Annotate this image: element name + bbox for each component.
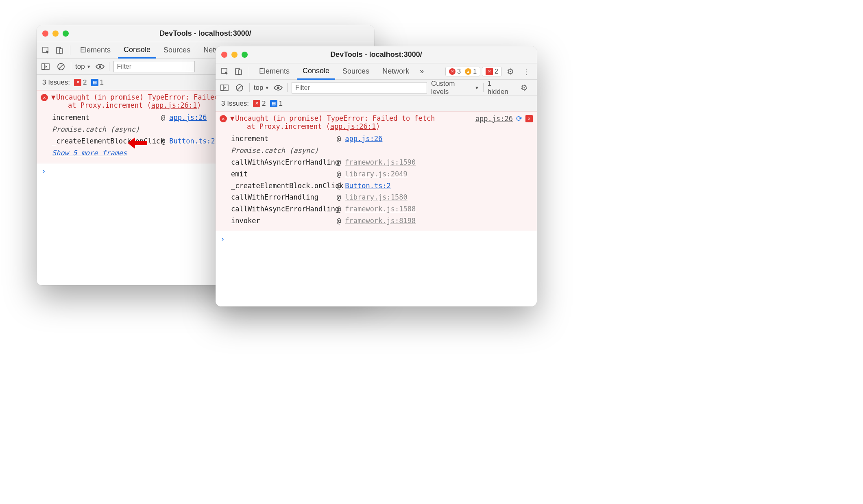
svg-point-15 — [277, 87, 279, 89]
live-expr-icon[interactable] — [95, 63, 105, 70]
window-title: DevTools - localhost:3000/ — [37, 29, 374, 38]
tab-sources[interactable]: Sources — [158, 42, 196, 58]
device-icon[interactable] — [233, 65, 245, 78]
clear-icon[interactable] — [234, 84, 245, 92]
settings-icon[interactable]: ⚙ — [503, 67, 517, 76]
error-badge-icon: ✕ — [74, 79, 81, 86]
chevron-down-icon: ▼ — [265, 85, 269, 90]
inspect-icon[interactable] — [40, 44, 52, 56]
stack-frame: increment@app.js:26 — [231, 133, 533, 145]
tab-console[interactable]: Console — [118, 43, 156, 59]
filter-input[interactable] — [113, 61, 195, 72]
chevron-down-icon: ▼ — [87, 64, 91, 69]
message-badge-icon: ▤ — [91, 79, 98, 86]
source-link[interactable]: library.js:2049 — [345, 168, 408, 180]
error-dot-icon: ✕ — [449, 68, 455, 75]
stack-frame: invoker@framework.js:8198 — [231, 215, 533, 227]
more-tabs-icon[interactable]: » — [416, 67, 427, 76]
maximize-icon[interactable] — [63, 30, 69, 37]
error-badge-icon: ✕ — [486, 68, 493, 75]
source-link[interactable]: framework.js:1590 — [345, 156, 416, 168]
disclosure-icon[interactable]: ▼ — [230, 114, 234, 122]
inspect-icon[interactable] — [219, 65, 231, 78]
sidebar-toggle-icon[interactable] — [40, 63, 51, 70]
close-icon[interactable] — [221, 52, 227, 58]
issues-bar[interactable]: 3 Issues: ✕2 ▤1 — [216, 96, 537, 111]
error-icon: ✕ — [41, 94, 48, 101]
source-link[interactable]: app.js:26 — [345, 133, 382, 145]
svg-point-7 — [99, 65, 101, 68]
tab-sources[interactable]: Sources — [337, 63, 375, 79]
annotation-arrow-icon — [127, 136, 147, 150]
source-link[interactable]: app.js:26 — [475, 115, 513, 123]
live-expr-icon[interactable] — [273, 85, 283, 91]
status-badges[interactable]: ✕3 ▲1 — [445, 67, 480, 76]
console-prompt[interactable]: › — [216, 231, 537, 246]
hidden-count[interactable]: 1 hidden — [488, 80, 513, 96]
svg-line-14 — [238, 86, 242, 90]
svg-line-6 — [59, 65, 63, 69]
stack-frame: _createElementBlock.onClick@Button.ts:2 — [231, 180, 533, 192]
error-source-corner: app.js:26 ⟳ ✕ — [475, 114, 533, 123]
stack-trace: increment@app.js:26 Promise.catch (async… — [231, 133, 533, 227]
source-link[interactable]: framework.js:1588 — [345, 203, 416, 215]
svg-rect-4 — [42, 64, 44, 70]
issues-label: 3 Issues: — [221, 100, 249, 108]
error-entry[interactable]: ✕ app.js:26 ⟳ ✕ ▼Uncaught (in promise) T… — [216, 111, 537, 231]
titlebar[interactable]: DevTools - localhost:3000/ — [37, 25, 374, 42]
device-icon[interactable] — [54, 44, 66, 56]
minimize-icon[interactable] — [231, 52, 238, 58]
context-select[interactable]: top▼ — [254, 84, 270, 92]
error-icon: ✕ — [220, 115, 227, 122]
traffic-lights — [221, 52, 248, 58]
source-link[interactable]: library.js:1580 — [345, 191, 408, 203]
source-link[interactable]: app.js:26:1 — [151, 101, 197, 109]
show-more-frames[interactable]: Show 5 more frames — [52, 147, 127, 159]
error-badge-icon: ✕ — [253, 100, 260, 107]
window-title: DevTools - localhost:3000/ — [216, 50, 537, 59]
source-link[interactable]: Button.ts:2 — [169, 135, 215, 147]
chevron-down-icon: ▼ — [475, 85, 479, 90]
stack-frame: callWithAsyncErrorHandling@framework.js:… — [231, 156, 533, 168]
svg-rect-10 — [238, 70, 242, 74]
tab-console[interactable]: Console — [297, 64, 335, 80]
tab-elements[interactable]: Elements — [74, 42, 116, 58]
disclosure-icon[interactable]: ▼ — [51, 93, 55, 101]
stack-frame: emit@library.js:2049 — [231, 168, 533, 180]
source-link[interactable]: app.js:26 — [169, 112, 207, 124]
tab-elements[interactable]: Elements — [253, 63, 295, 79]
stack-async: Promise.catch (async) — [231, 145, 533, 156]
source-link[interactable]: framework.js:8198 — [345, 215, 416, 227]
maximize-icon[interactable] — [242, 52, 248, 58]
levels-select[interactable]: Custom levels▼ — [431, 80, 479, 96]
error-badge-icon: ✕ — [525, 115, 533, 122]
stack-frame: callWithErrorHandling@library.js:1580 — [231, 191, 533, 203]
console-filterbar: top▼ Custom levels▼ 1 hidden ⚙ — [216, 80, 537, 96]
minimize-icon[interactable] — [52, 30, 59, 37]
svg-rect-2 — [59, 49, 63, 53]
issues-badge[interactable]: ✕2 — [482, 67, 502, 76]
warning-dot-icon: ▲ — [465, 68, 471, 75]
context-select[interactable]: top▼ — [75, 63, 91, 71]
filter-input[interactable] — [292, 82, 427, 93]
source-link[interactable]: app.js:26:1 — [330, 122, 376, 130]
console-settings-icon[interactable]: ⚙ — [517, 83, 531, 93]
issues-label: 3 Issues: — [42, 78, 70, 87]
stack-frame: callWithAsyncErrorHandling@framework.js:… — [231, 203, 533, 215]
traffic-lights — [42, 30, 69, 37]
devtools-window-expanded: DevTools - localhost:3000/ Elements Cons… — [216, 46, 537, 306]
titlebar[interactable]: DevTools - localhost:3000/ — [216, 46, 537, 63]
message-badge-icon: ▤ — [270, 100, 277, 107]
clear-icon[interactable] — [55, 63, 67, 71]
tab-network[interactable]: Network — [377, 63, 415, 79]
restart-frame-icon[interactable]: ⟳ — [516, 114, 522, 123]
close-icon[interactable] — [42, 30, 48, 37]
sidebar-toggle-icon[interactable] — [219, 85, 230, 91]
console-body: ✕ app.js:26 ⟳ ✕ ▼Uncaught (in promise) T… — [216, 111, 537, 306]
svg-rect-12 — [221, 85, 223, 91]
tabbar: Elements Console Sources Network » ✕3 ▲1… — [216, 63, 537, 80]
source-link[interactable]: Button.ts:2 — [345, 180, 391, 192]
kebab-icon[interactable]: ⋮ — [519, 67, 534, 76]
